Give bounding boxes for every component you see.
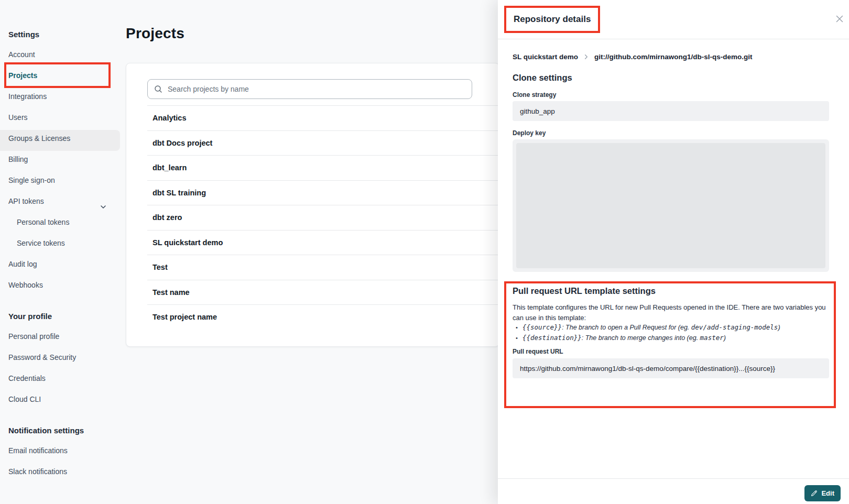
sidebar-item-personal-profile[interactable]: Personal profile bbox=[0, 326, 126, 347]
edit-button-label: Edit bbox=[821, 489, 834, 497]
sidebar-item-api-tokens[interactable]: API tokens bbox=[0, 191, 126, 212]
annotation-box-panel-title: Repository details bbox=[504, 6, 600, 33]
panel-header-divider bbox=[498, 39, 849, 39]
clone-strategy-label: Clone strategy bbox=[513, 91, 556, 98]
destination-example-code: master bbox=[700, 334, 724, 342]
deploy-key-label: Deploy key bbox=[513, 129, 546, 137]
project-search[interactable] bbox=[147, 79, 472, 99]
sidebar-heading-settings: Settings bbox=[0, 25, 126, 44]
project-row-dbt-zero[interactable]: dbt zero bbox=[147, 205, 499, 230]
search-icon bbox=[154, 85, 162, 93]
sidebar-item-cloud-cli[interactable]: Cloud CLI bbox=[0, 389, 126, 410]
project-row-test-project-name[interactable]: Test project name bbox=[147, 304, 499, 330]
project-row-dbt-docs-project[interactable]: dbt Docs project bbox=[147, 130, 499, 156]
project-row-test[interactable]: Test bbox=[147, 255, 499, 280]
project-row-sl-quickstart-demo[interactable]: SL quickstart demo bbox=[147, 230, 499, 255]
pr-template-variables-list: {{source}}: The branch to open a Pull Re… bbox=[516, 322, 780, 344]
pr-template-heading: Pull request URL template settings bbox=[513, 286, 656, 296]
sidebar-item-label: API tokens bbox=[8, 197, 44, 205]
sidebar-item-webhooks[interactable]: Webhooks bbox=[0, 275, 126, 295]
pull-request-url-label: Pull request URL bbox=[513, 348, 563, 355]
sidebar-item-label: Projects bbox=[8, 71, 37, 80]
pr-variable-source: {{source}}: The branch to open a Pull Re… bbox=[516, 322, 780, 333]
chevron-right-icon bbox=[583, 54, 589, 60]
pencil-icon bbox=[811, 490, 818, 497]
sidebar-item-audit-log[interactable]: Audit log bbox=[0, 254, 126, 275]
project-row-test-name[interactable]: Test name bbox=[147, 280, 499, 305]
project-row-analytics[interactable]: Analytics bbox=[147, 105, 499, 130]
project-list: Analytics dbt Docs project dbt_learn dbt… bbox=[147, 105, 499, 330]
pr-variable-destination: {{destination}}: The branch to merge cha… bbox=[516, 333, 780, 343]
sidebar-item-service-tokens[interactable]: Service tokens bbox=[0, 233, 126, 254]
sidebar-item-single-sign-on[interactable]: Single sign-on bbox=[0, 170, 126, 191]
panel-footer-divider bbox=[498, 478, 849, 479]
edit-button[interactable]: Edit bbox=[804, 485, 841, 501]
panel-title: Repository details bbox=[514, 14, 591, 25]
source-example-code: dev/add-staging-models bbox=[691, 323, 778, 331]
clone-settings-heading: Clone settings bbox=[513, 73, 572, 83]
sidebar-item-groups-licenses[interactable]: Groups & Licenses bbox=[0, 128, 126, 149]
sidebar-item-email-notifications[interactable]: Email notifications bbox=[0, 440, 126, 461]
pr-template-description: This template configures the URL for new… bbox=[513, 302, 829, 323]
deploy-key-box[interactable] bbox=[513, 139, 829, 272]
project-row-dbt-sl-training[interactable]: dbt SL training bbox=[147, 180, 499, 205]
sidebar-heading-notification-settings: Notification settings bbox=[0, 421, 126, 440]
source-variable-code: {{source}} bbox=[523, 323, 562, 331]
sidebar-item-users[interactable]: Users bbox=[0, 107, 126, 128]
sidebar-item-slack-notifications[interactable]: Slack notifications bbox=[0, 461, 126, 482]
annotation-box-pr-template-section bbox=[504, 281, 836, 408]
pull-request-url-input[interactable] bbox=[513, 358, 829, 378]
project-row-dbt-learn[interactable]: dbt_learn bbox=[147, 155, 499, 180]
breadcrumb: SL quickstart demo git://github.com/mirn… bbox=[513, 53, 753, 61]
breadcrumb-project[interactable]: SL quickstart demo bbox=[513, 53, 578, 61]
clone-strategy-input[interactable] bbox=[513, 101, 829, 121]
close-icon[interactable] bbox=[833, 13, 846, 25]
sidebar-item-integrations[interactable]: Integrations bbox=[0, 86, 126, 107]
sidebar-item-password-security[interactable]: Password & Security bbox=[0, 347, 126, 368]
sidebar-item-account[interactable]: Account bbox=[0, 44, 126, 65]
sidebar-item-credentials[interactable]: Credentials bbox=[0, 368, 126, 389]
sidebar-item-projects[interactable]: Projects bbox=[0, 65, 126, 86]
breadcrumb-repo-url: git://github.com/mirnawong1/db-sl-qs-dem… bbox=[594, 53, 752, 61]
sidebar-item-personal-tokens[interactable]: Personal tokens bbox=[0, 212, 126, 233]
sidebar-item-billing[interactable]: Billing bbox=[0, 149, 126, 170]
repository-details-panel: Repository details SL quickstart demo gi… bbox=[498, 0, 849, 504]
projects-card: Analytics dbt Docs project dbt_learn dbt… bbox=[126, 63, 499, 347]
destination-variable-code: {{destination}} bbox=[523, 334, 582, 342]
settings-sidebar: Settings Account Projects Integrations U… bbox=[0, 0, 126, 504]
page-title: Projects bbox=[126, 25, 184, 42]
deploy-key-value bbox=[516, 143, 825, 268]
search-input[interactable] bbox=[168, 85, 465, 93]
sidebar-heading-your-profile: Your profile bbox=[0, 307, 126, 326]
